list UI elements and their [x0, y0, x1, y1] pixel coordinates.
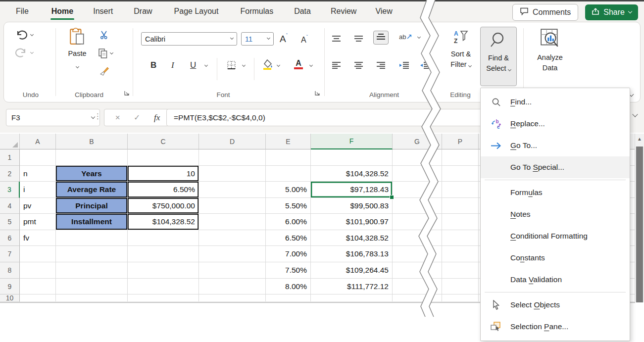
middle-align-button[interactable] [354, 35, 363, 44]
menu-item-notes[interactable]: Notes [481, 203, 630, 225]
scroll-up-arrow-icon[interactable]: ▲ [635, 136, 644, 142]
cell-P4[interactable] [442, 198, 479, 214]
menu-item-go-to-special[interactable]: Go To Special... [481, 156, 630, 178]
cell-E5[interactable]: 6.00% [266, 214, 311, 230]
cell-B7[interactable] [56, 246, 128, 262]
grow-font-button[interactable]: Aˆ [280, 33, 288, 45]
paste-button[interactable]: Paste [62, 28, 93, 70]
cell-P9[interactable] [442, 279, 479, 294]
menu-item-data-validation[interactable]: Data Validation [481, 269, 630, 291]
cell-G7[interactable] [393, 246, 442, 262]
menu-item-go-to[interactable]: Go To... [481, 135, 630, 156]
sort-filter-button[interactable]: AZ Sort &Filter [446, 29, 476, 70]
row-header-10[interactable]: 10 [0, 294, 20, 302]
cell-P2[interactable] [442, 166, 479, 182]
paste-dropdown-chevron-icon[interactable] [75, 65, 79, 68]
cell-A2[interactable]: n [20, 166, 56, 182]
select-all-corner[interactable] [0, 134, 20, 149]
cell-B4[interactable]: Principal [56, 198, 128, 214]
underline-button[interactable]: U [190, 60, 196, 70]
font-color-dropdown-chevron-icon[interactable] [309, 63, 313, 67]
cell-B2[interactable]: Years [56, 166, 128, 182]
cell-D1[interactable] [199, 149, 266, 166]
orientation-button[interactable]: ab↗ [399, 32, 412, 41]
cell-D4[interactable] [199, 198, 266, 214]
cell-D9[interactable] [199, 279, 266, 294]
name-box[interactable]: F3 [6, 109, 100, 126]
tab-data[interactable]: Data [287, 2, 318, 21]
borders-button[interactable] [227, 60, 236, 72]
cell-E6[interactable]: 6.50% [266, 230, 311, 246]
row-header-2[interactable]: 2 [0, 166, 20, 182]
tab-view[interactable]: View [368, 2, 399, 21]
column-header-B[interactable]: B [56, 134, 128, 149]
cell-A4[interactable]: pv [20, 198, 56, 214]
cell-G8[interactable] [393, 262, 442, 279]
share-button[interactable]: Share [585, 4, 638, 20]
column-header-G[interactable]: G [393, 134, 442, 149]
align-right-button[interactable] [377, 62, 385, 71]
insert-function-button[interactable]: fx [154, 113, 160, 123]
cell-P3[interactable] [442, 182, 479, 198]
cell-G4[interactable] [393, 198, 442, 214]
menu-item-conditional-formatting[interactable]: Conditional Formatting [481, 225, 630, 247]
row-header-6[interactable]: 6 [0, 230, 20, 246]
menu-item-select-objects[interactable]: Select Objects [481, 294, 630, 316]
cell-C2[interactable]: 10 [128, 166, 199, 182]
cell-C4[interactable]: $750,000.00 [128, 198, 199, 214]
row-header-9[interactable]: 9 [0, 279, 20, 294]
menu-item-selection-pane[interactable]: Selection Pane... [481, 316, 630, 338]
cell-A10[interactable] [20, 294, 56, 302]
align-left-button[interactable] [332, 62, 341, 71]
menu-item-find[interactable]: Find... [481, 91, 630, 113]
cell-B6[interactable] [56, 230, 128, 246]
cell-A3[interactable]: i [20, 182, 56, 198]
cell-D7[interactable] [199, 246, 266, 262]
cell-B10[interactable] [56, 294, 128, 302]
redo-button[interactable] [15, 47, 33, 59]
cell-P1[interactable] [442, 149, 479, 166]
cell-A1[interactable] [20, 149, 56, 166]
cell-B9[interactable] [56, 279, 128, 294]
tab-draw[interactable]: Draw [127, 2, 159, 21]
tab-file[interactable]: File [9, 2, 36, 21]
expand-formula-bar-chevron-icon[interactable] [632, 111, 638, 117]
cell-E3[interactable]: 5.00% [266, 182, 311, 198]
increase-indent-button[interactable] [420, 62, 430, 71]
fill-color-button[interactable] [262, 59, 273, 72]
cell-F10[interactable] [311, 294, 393, 302]
cell-E10[interactable] [266, 294, 311, 302]
cut-button[interactable] [99, 30, 108, 39]
cell-P6[interactable] [442, 230, 479, 246]
cell-P7[interactable] [442, 246, 479, 262]
fill-color-dropdown-chevron-icon[interactable] [277, 63, 280, 67]
cell-F4[interactable]: $99,500.83 [311, 198, 393, 214]
menu-item-constants[interactable]: Constants [481, 247, 630, 269]
shrink-font-button[interactable]: Aˇ [301, 35, 308, 45]
align-center-button[interactable] [354, 62, 363, 71]
top-align-button[interactable] [332, 35, 341, 44]
column-header-E[interactable]: E [266, 134, 311, 149]
cell-C1[interactable] [128, 149, 199, 166]
bold-button[interactable]: B [150, 60, 156, 70]
cell-P10[interactable] [442, 294, 479, 302]
undo-button[interactable] [15, 29, 33, 41]
cell-B8[interactable] [56, 262, 128, 279]
bottom-align-button[interactable] [373, 31, 389, 45]
formula-bar-grip[interactable]: ⋮ [94, 112, 101, 121]
cell-A5[interactable]: pmt [20, 214, 56, 230]
cell-F5[interactable]: $101,900.97 [311, 214, 393, 230]
cell-C7[interactable] [128, 246, 199, 262]
cell-G6[interactable] [393, 230, 442, 246]
cell-F3-selected[interactable]: $97,128.43 [311, 182, 393, 198]
cell-E9[interactable]: 8.00% [266, 279, 311, 294]
tab-home[interactable]: Home [45, 2, 80, 21]
menu-item-replace[interactable]: bc Replace... [481, 113, 630, 135]
cell-G5[interactable] [393, 214, 442, 230]
italic-button[interactable]: I [171, 60, 174, 70]
cell-D10[interactable] [199, 294, 266, 302]
cell-G2[interactable] [393, 166, 442, 182]
font-name-combobox[interactable]: Calibri [141, 32, 237, 46]
vertical-scrollbar[interactable]: ▲ [635, 134, 644, 302]
tab-review[interactable]: Review [324, 2, 363, 21]
